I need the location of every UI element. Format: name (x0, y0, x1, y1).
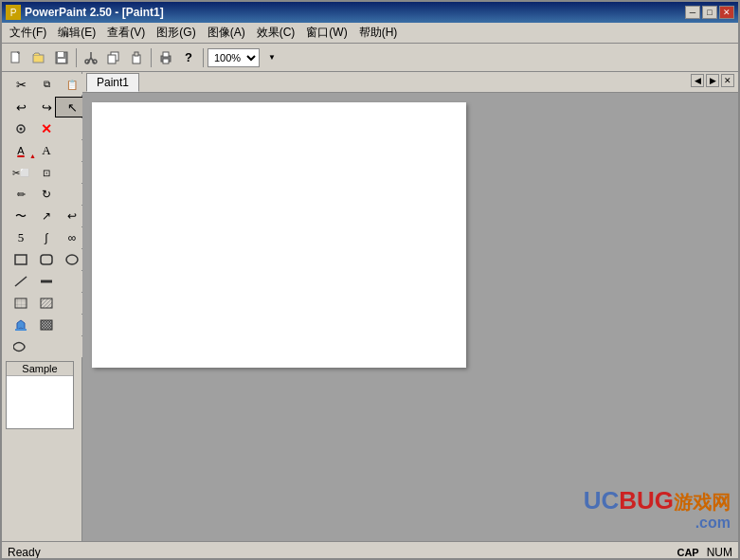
maximize-button[interactable]: □ (702, 6, 717, 19)
svg-rect-20 (15, 255, 27, 264)
svg-rect-31 (41, 320, 52, 330)
canvas[interactable] (92, 102, 466, 368)
watermark-uc: UC (584, 486, 620, 515)
tool-text-fill[interactable]: A ▲ (4, 140, 38, 161)
toolbar-sep-2 (151, 48, 152, 67)
close-button[interactable]: ✕ (719, 6, 734, 19)
svg-rect-0 (11, 52, 19, 63)
status-right: CAP NUM (677, 546, 732, 559)
sample-preview (7, 376, 73, 428)
svg-line-23 (15, 277, 27, 286)
cut-button[interactable] (81, 47, 101, 68)
toolbar-sep-3 (203, 48, 204, 67)
status-text: Ready (8, 546, 41, 559)
svg-rect-30 (15, 329, 27, 331)
paste-button[interactable] (126, 47, 147, 68)
svg-rect-12 (108, 55, 116, 63)
open-button[interactable] (28, 47, 49, 68)
menu-image[interactable]: 图像(A) (202, 23, 251, 43)
svg-rect-2 (33, 55, 44, 63)
new-button[interactable] (6, 47, 27, 68)
help-button[interactable]: ? (178, 47, 199, 68)
tab-controls: ◀ ▶ ✕ (691, 74, 734, 87)
zoom-dropdown-button[interactable]: ▼ (262, 47, 282, 68)
app-icon-letter: P (10, 8, 17, 18)
titlebar: P PowerPaint 2.50 - [Paint1] ─ □ ✕ (2, 2, 738, 23)
toolbar-sep-1 (76, 48, 77, 67)
titlebar-title: PowerPaint 2.50 - [Paint1] (25, 6, 164, 19)
svg-rect-17 (163, 59, 169, 63)
svg-point-22 (66, 255, 78, 264)
content-area: Paint1 ◀ ▶ ✕ UCBUG游戏网 .com (82, 72, 738, 541)
app-icon: P (6, 5, 21, 20)
menu-help[interactable]: 帮助(H) (353, 23, 404, 43)
save-button[interactable] (51, 47, 72, 68)
tab-bar: Paint1 ◀ ▶ ✕ (82, 72, 738, 93)
menu-view[interactable]: 查看(V) (101, 23, 151, 43)
status-cap: CAP (677, 547, 698, 558)
menu-window[interactable]: 窗口(W) (300, 23, 352, 43)
statusbar: Ready CAP NUM (2, 541, 738, 560)
svg-point-19 (20, 128, 23, 131)
watermark-games: 游戏网 (674, 492, 731, 513)
toolbar: ? 100% 50% 75% 150% 200% ▼ (2, 44, 738, 72)
svg-rect-25 (15, 298, 27, 308)
menu-shapes[interactable]: 图形(G) (151, 23, 201, 43)
svg-rect-14 (135, 52, 138, 56)
svg-rect-5 (58, 59, 65, 63)
watermark-bug: BUG (619, 486, 674, 515)
minimize-button[interactable]: ─ (685, 6, 700, 19)
tab-prev-button[interactable]: ◀ (691, 74, 704, 87)
copy-button[interactable] (103, 47, 124, 68)
svg-rect-28 (41, 298, 52, 308)
canvas-background: UCBUG游戏网 .com (82, 93, 738, 541)
titlebar-left: P PowerPaint 2.50 - [Paint1] (6, 5, 164, 20)
tab-next-button[interactable]: ▶ (706, 74, 719, 87)
watermark-com: .com (584, 515, 731, 532)
svg-rect-16 (163, 52, 169, 57)
watermark: UCBUG游戏网 .com (584, 487, 731, 532)
tab-paint1[interactable]: Paint1 (86, 73, 139, 92)
sample-label: Sample (7, 362, 73, 376)
print-button[interactable] (155, 47, 176, 68)
toolbox: ✂ ⧉ 📋 ↩ ↪ ↖ ✕ A ▲ A ✂⬜ ⊡ (2, 72, 82, 541)
tab-close-button[interactable]: ✕ (721, 74, 734, 87)
svg-rect-21 (41, 255, 52, 264)
menu-effects[interactable]: 效果(C) (251, 23, 301, 43)
menu-edit[interactable]: 编辑(E) (52, 23, 101, 43)
status-num: NUM (707, 546, 732, 559)
svg-rect-4 (58, 52, 63, 57)
main-area: ✂ ⧉ 📋 ↩ ↪ ↖ ✕ A ▲ A ✂⬜ ⊡ (2, 72, 738, 541)
menubar: 文件(F) 编辑(E) 查看(V) 图形(G) 图像(A) 效果(C) 窗口(W… (2, 23, 738, 44)
menu-file[interactable]: 文件(F) (4, 23, 52, 43)
sample-box: Sample (6, 361, 74, 429)
titlebar-controls: ─ □ ✕ (685, 6, 734, 19)
zoom-select[interactable]: 100% 50% 75% 150% 200% (208, 48, 260, 67)
